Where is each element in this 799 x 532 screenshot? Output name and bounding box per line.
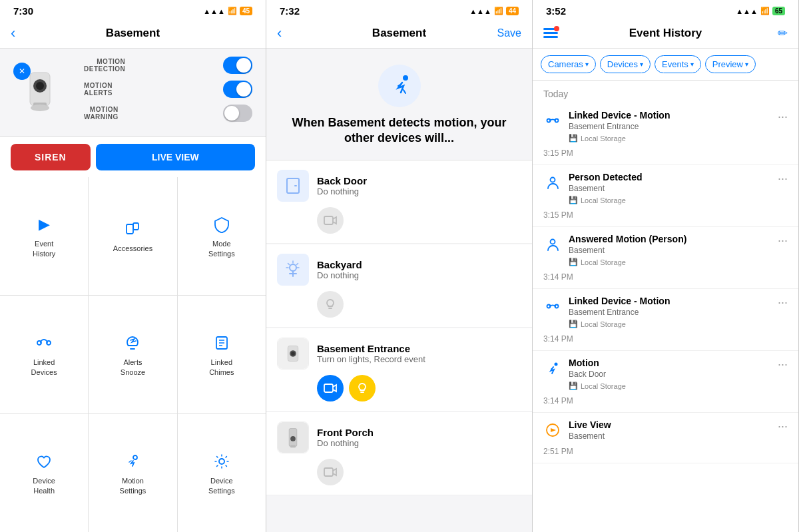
status-time-3: 3:52	[546, 5, 566, 17]
event-item[interactable]: Answered Motion (Person) Basement 💾 Loca…	[533, 227, 798, 289]
svg-point-36	[547, 305, 551, 308]
devices-list: Back Door Do nothing	[266, 160, 532, 532]
live-view-button[interactable]: LIVE VIEW	[96, 144, 255, 170]
frontporch-actions	[277, 459, 521, 485]
list-item[interactable]: Basement Entrance Turn on lights, Record…	[266, 328, 532, 411]
device-header-basement: Basement Entrance Turn on lights, Record…	[277, 338, 521, 370]
grid-item-event-history[interactable]: ▶ EventHistory	[0, 177, 88, 295]
status-icons-1: ▲▲▲ 📶 45	[203, 7, 252, 15]
event-content-6: Live View Basement	[569, 419, 768, 441]
events-label: Events	[662, 59, 688, 69]
answered-motion-icon	[543, 235, 562, 254]
backyard-light-btn[interactable]	[317, 291, 344, 318]
mode-settings-label: ModeSettings	[208, 239, 235, 258]
back-button-2[interactable]: ‹	[277, 25, 282, 42]
event-content-3: Answered Motion (Person) Basement 💾 Loca…	[569, 234, 768, 266]
filter-devices[interactable]: Devices ▾	[600, 55, 651, 73]
accessories-icon	[122, 218, 143, 240]
list-item[interactable]: Front Porch Do nothing	[266, 412, 532, 495]
event-more-5[interactable]: ···	[775, 358, 788, 372]
backdoor-thumb	[277, 170, 309, 202]
grid-item-device-settings[interactable]: DeviceSettings	[178, 414, 266, 532]
alerts-snooze-icon	[122, 332, 143, 354]
wifi-icon-1: 📶	[228, 7, 237, 15]
linked-motion-icon-1	[543, 111, 562, 130]
event-title-2: Person Detected	[569, 172, 768, 182]
frontporch-info: Front Porch Do nothing	[317, 427, 521, 448]
motion-detection-label: MOTION DETECTION	[84, 58, 125, 73]
event-more-2[interactable]: ···	[775, 172, 788, 186]
event-time-4: 3:14 PM	[543, 332, 562, 344]
cameras-label: Cameras	[548, 59, 583, 69]
event-item[interactable]: Linked Device - Motion Basement Entrance…	[533, 289, 798, 351]
storage-icon-2: 💾	[569, 196, 578, 204]
basement-thumb	[277, 338, 309, 370]
motion-alerts-label: MOTION ALERTS	[84, 82, 113, 97]
motion-icon	[543, 359, 562, 378]
wifi-icon-3: 📶	[760, 7, 770, 15]
event-more-4[interactable]: ···	[775, 296, 788, 310]
svg-rect-30	[290, 445, 296, 447]
basement-record-btn[interactable]	[317, 375, 344, 401]
event-time-5: 3:14 PM	[543, 394, 562, 405]
mode-settings-icon	[211, 214, 232, 235]
grid-item-device-health[interactable]: DeviceHealth	[0, 414, 88, 532]
svg-point-37	[555, 305, 559, 308]
event-item[interactable]: Person Detected Basement 💾 Local Storage…	[533, 165, 798, 227]
motion-warning-toggle[interactable]	[223, 105, 252, 122]
grid-item-accessories[interactable]: Accessories	[89, 177, 176, 295]
toggle-motion-detection: MOTION DETECTION	[84, 57, 252, 74]
motion-warning-label: MOTION WARNING	[84, 106, 119, 121]
panel-event-history: 3:52 ▲▲▲ 📶 65 Event History ✏ Cameras ▾ …	[533, 0, 799, 532]
list-item[interactable]: Back Door Do nothing	[266, 160, 532, 244]
frontporch-action: Do nothing	[317, 438, 521, 448]
event-storage-2: 💾 Local Storage	[569, 196, 768, 204]
backdoor-record-btn[interactable]	[317, 207, 344, 234]
frontporch-record-btn[interactable]	[317, 459, 344, 485]
svg-point-15	[403, 75, 408, 81]
svg-rect-18	[324, 216, 333, 224]
event-item[interactable]: Motion Back Door 💾 Local Storage 3:14 PM…	[533, 351, 798, 413]
event-content-5: Motion Back Door 💾 Local Storage	[569, 358, 768, 390]
svg-rect-6	[133, 223, 138, 230]
svg-rect-25	[324, 384, 333, 392]
event-item[interactable]: Linked Device - Motion Basement Entrance…	[533, 103, 798, 165]
event-item[interactable]: Live View Basement 2:51 PM ···	[533, 413, 798, 463]
grid-item-alerts-snooze[interactable]: AlertsSnooze	[89, 296, 176, 413]
save-button[interactable]: Save	[497, 27, 521, 39]
svg-point-19	[290, 264, 296, 271]
action-buttons: SIREN LIVE VIEW	[0, 137, 266, 177]
event-more-6[interactable]: ···	[775, 419, 788, 433]
event-time-3: 3:14 PM	[543, 270, 562, 282]
grid-item-motion-settings[interactable]: MotionSettings	[89, 414, 176, 532]
device-image-container: ✕	[13, 63, 73, 123]
backyard-thumb	[277, 254, 309, 286]
wifi-icon-2: 📶	[494, 7, 503, 15]
motion-settings-label: MotionSettings	[120, 476, 146, 495]
siren-button[interactable]: SIREN	[11, 144, 91, 170]
backyard-action: Do nothing	[317, 270, 521, 280]
list-item[interactable]: Backyard Do nothing	[266, 244, 532, 328]
edit-button[interactable]: ✏	[778, 26, 788, 41]
motion-detection-toggle[interactable]	[223, 57, 252, 74]
event-more-3[interactable]: ···	[775, 234, 788, 248]
grid-item-mode-settings[interactable]: ModeSettings	[178, 177, 266, 295]
basement-light-btn[interactable]	[349, 375, 376, 401]
event-more-1[interactable]: ···	[775, 110, 788, 124]
linked-chimes-icon	[211, 332, 232, 354]
motion-alerts-toggle[interactable]	[223, 81, 252, 98]
filter-preview[interactable]: Preview ▾	[705, 55, 756, 73]
menu-button[interactable]	[543, 28, 558, 38]
filter-events[interactable]: Events ▾	[655, 55, 701, 73]
event-sub-4: Basement Entrance	[569, 308, 768, 317]
back-button-1[interactable]: ‹	[11, 25, 15, 42]
grid-item-linked-chimes[interactable]: LinkedChimes	[178, 296, 266, 413]
filter-cameras[interactable]: Cameras ▾	[541, 55, 596, 73]
grid-menu: ▶ EventHistory Accessories ModeSettings	[0, 177, 266, 532]
battery-icon-2: 44	[506, 7, 519, 15]
svg-point-34	[551, 178, 555, 182]
linked-chimes-label: LinkedChimes	[209, 358, 234, 377]
battery-icon-3: 65	[772, 7, 785, 15]
svg-point-29	[290, 436, 296, 441]
grid-item-linked-devices[interactable]: LinkedDevices	[0, 296, 88, 413]
